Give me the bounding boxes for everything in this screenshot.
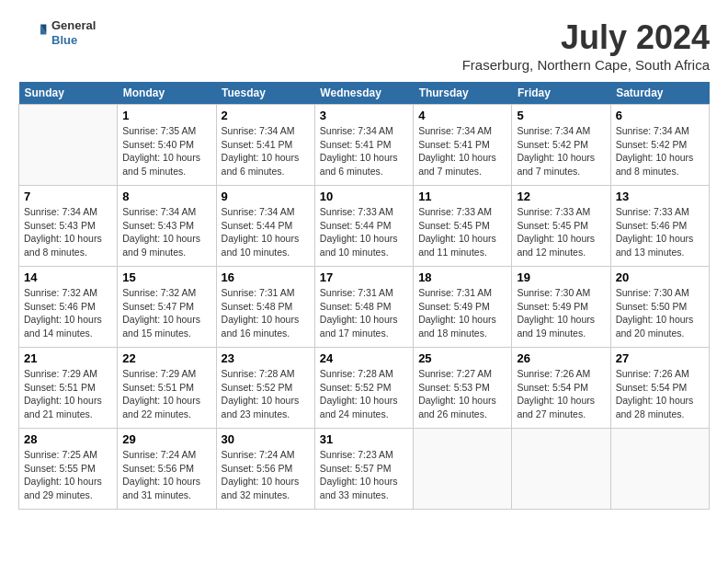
day-number: 21 [24, 351, 112, 365]
day-number: 11 [418, 190, 506, 203]
day-header-wednesday: Wednesday [314, 82, 413, 105]
day-info: Sunrise: 7:33 AMSunset: 5:46 PMDaylight:… [616, 205, 704, 259]
day-number: 10 [320, 190, 408, 203]
day-info: Sunrise: 7:29 AMSunset: 5:51 PMDaylight:… [122, 367, 210, 421]
calendar-cell [19, 105, 118, 186]
day-number: 20 [616, 270, 704, 284]
day-header-thursday: Thursday [414, 82, 512, 105]
calendar-cell: 4Sunrise: 7:34 AMSunset: 5:41 PMDaylight… [414, 105, 512, 186]
day-info: Sunrise: 7:31 AMSunset: 5:48 PMDaylight:… [222, 286, 310, 340]
day-number: 19 [517, 270, 605, 284]
day-number: 6 [616, 109, 704, 122]
day-info: Sunrise: 7:29 AMSunset: 5:51 PMDaylight:… [24, 367, 112, 421]
calendar-cell: 31Sunrise: 7:23 AMSunset: 5:57 PMDayligh… [314, 429, 413, 510]
day-number: 9 [222, 190, 310, 203]
day-info: Sunrise: 7:27 AMSunset: 5:53 PMDaylight:… [418, 367, 506, 421]
day-info: Sunrise: 7:33 AMSunset: 5:45 PMDaylight:… [517, 205, 605, 259]
logo-text: General Blue [51, 18, 96, 47]
day-number: 15 [122, 270, 210, 284]
calendar-cell: 26Sunrise: 7:26 AMSunset: 5:54 PMDayligh… [512, 348, 610, 429]
day-info: Sunrise: 7:31 AMSunset: 5:49 PMDaylight:… [418, 286, 506, 340]
day-number: 31 [320, 432, 408, 446]
day-info: Sunrise: 7:34 AMSunset: 5:41 PMDaylight:… [418, 124, 506, 178]
day-info: Sunrise: 7:28 AMSunset: 5:52 PMDaylight:… [320, 367, 408, 421]
day-number: 30 [222, 432, 310, 446]
calendar-cell [610, 429, 709, 510]
day-header-saturday: Saturday [610, 82, 709, 105]
location: Fraserburg, Northern Cape, South Africa [462, 57, 710, 73]
day-info: Sunrise: 7:34 AMSunset: 5:42 PMDaylight:… [616, 124, 704, 178]
calendar-cell: 28Sunrise: 7:25 AMSunset: 5:55 PMDayligh… [19, 429, 118, 510]
day-number: 14 [24, 270, 112, 284]
calendar-cell: 12Sunrise: 7:33 AMSunset: 5:45 PMDayligh… [512, 186, 610, 267]
day-number: 27 [616, 351, 704, 365]
day-info: Sunrise: 7:24 AMSunset: 5:56 PMDaylight:… [122, 448, 210, 502]
calendar-cell: 13Sunrise: 7:33 AMSunset: 5:46 PMDayligh… [610, 186, 709, 267]
day-header-sunday: Sunday [19, 82, 118, 105]
calendar-cell: 30Sunrise: 7:24 AMSunset: 5:56 PMDayligh… [216, 429, 314, 510]
calendar-cell: 6Sunrise: 7:34 AMSunset: 5:42 PMDaylight… [610, 105, 709, 186]
week-row-5: 28Sunrise: 7:25 AMSunset: 5:55 PMDayligh… [19, 429, 710, 510]
day-info: Sunrise: 7:30 AMSunset: 5:50 PMDaylight:… [616, 286, 704, 340]
calendar-cell: 18Sunrise: 7:31 AMSunset: 5:49 PMDayligh… [414, 267, 512, 348]
calendar-cell: 17Sunrise: 7:31 AMSunset: 5:48 PMDayligh… [314, 267, 413, 348]
day-number: 5 [517, 109, 605, 122]
week-row-4: 21Sunrise: 7:29 AMSunset: 5:51 PMDayligh… [19, 348, 710, 429]
day-info: Sunrise: 7:28 AMSunset: 5:52 PMDaylight:… [222, 367, 310, 421]
calendar-cell: 7Sunrise: 7:34 AMSunset: 5:43 PMDaylight… [19, 186, 118, 267]
day-number: 18 [418, 270, 506, 284]
day-info: Sunrise: 7:30 AMSunset: 5:49 PMDaylight:… [517, 286, 605, 340]
day-info: Sunrise: 7:34 AMSunset: 5:44 PMDaylight:… [222, 205, 310, 259]
day-header-monday: Monday [118, 82, 216, 105]
day-info: Sunrise: 7:32 AMSunset: 5:46 PMDaylight:… [24, 286, 112, 340]
week-row-2: 7Sunrise: 7:34 AMSunset: 5:43 PMDaylight… [19, 186, 710, 267]
day-info: Sunrise: 7:33 AMSunset: 5:44 PMDaylight:… [320, 205, 408, 259]
title-block: July 2024 Fraserburg, Northern Cape, Sou… [462, 18, 710, 73]
calendar-cell: 24Sunrise: 7:28 AMSunset: 5:52 PMDayligh… [314, 348, 413, 429]
calendar-cell: 5Sunrise: 7:34 AMSunset: 5:42 PMDaylight… [512, 105, 610, 186]
calendar-cell: 16Sunrise: 7:31 AMSunset: 5:48 PMDayligh… [216, 267, 314, 348]
calendar-cell: 19Sunrise: 7:30 AMSunset: 5:49 PMDayligh… [512, 267, 610, 348]
day-header-friday: Friday [512, 82, 610, 105]
day-info: Sunrise: 7:25 AMSunset: 5:55 PMDaylight:… [24, 448, 112, 502]
day-info: Sunrise: 7:24 AMSunset: 5:56 PMDaylight:… [222, 448, 310, 502]
week-row-3: 14Sunrise: 7:32 AMSunset: 5:46 PMDayligh… [19, 267, 710, 348]
logo-general-text: General [51, 18, 96, 33]
day-info: Sunrise: 7:26 AMSunset: 5:54 PMDaylight:… [616, 367, 704, 421]
day-info: Sunrise: 7:23 AMSunset: 5:57 PMDaylight:… [320, 448, 408, 502]
calendar-cell: 20Sunrise: 7:30 AMSunset: 5:50 PMDayligh… [610, 267, 709, 348]
day-number: 24 [320, 351, 408, 365]
day-info: Sunrise: 7:34 AMSunset: 5:43 PMDaylight:… [122, 205, 210, 259]
week-row-1: 1Sunrise: 7:35 AMSunset: 5:40 PMDaylight… [19, 105, 710, 186]
day-number: 16 [222, 270, 310, 284]
day-info: Sunrise: 7:34 AMSunset: 5:41 PMDaylight:… [320, 124, 408, 178]
header-row: SundayMondayTuesdayWednesdayThursdayFrid… [19, 82, 710, 105]
day-info: Sunrise: 7:31 AMSunset: 5:48 PMDaylight:… [320, 286, 408, 340]
day-info: Sunrise: 7:26 AMSunset: 5:54 PMDaylight:… [517, 367, 605, 421]
calendar-cell [414, 429, 512, 510]
day-number: 4 [418, 109, 506, 122]
day-number: 1 [122, 109, 210, 122]
day-number: 28 [24, 432, 112, 446]
calendar-cell: 27Sunrise: 7:26 AMSunset: 5:54 PMDayligh… [610, 348, 709, 429]
calendar-cell: 11Sunrise: 7:33 AMSunset: 5:45 PMDayligh… [414, 186, 512, 267]
calendar-cell: 14Sunrise: 7:32 AMSunset: 5:46 PMDayligh… [19, 267, 118, 348]
day-number: 3 [320, 109, 408, 122]
day-info: Sunrise: 7:34 AMSunset: 5:42 PMDaylight:… [517, 124, 605, 178]
day-number: 13 [616, 190, 704, 203]
day-info: Sunrise: 7:34 AMSunset: 5:41 PMDaylight:… [222, 124, 310, 178]
calendar-table: SundayMondayTuesdayWednesdayThursdayFrid… [18, 82, 710, 510]
day-number: 8 [122, 190, 210, 203]
calendar-cell: 8Sunrise: 7:34 AMSunset: 5:43 PMDaylight… [118, 186, 216, 267]
day-number: 22 [122, 351, 210, 365]
logo-blue-text: Blue [51, 33, 96, 48]
calendar-cell: 29Sunrise: 7:24 AMSunset: 5:56 PMDayligh… [118, 429, 216, 510]
calendar-cell: 1Sunrise: 7:35 AMSunset: 5:40 PMDaylight… [118, 105, 216, 186]
calendar-cell [512, 429, 610, 510]
page-header: General Blue July 2024 Fraserburg, North… [18, 18, 710, 73]
day-info: Sunrise: 7:34 AMSunset: 5:43 PMDaylight:… [24, 205, 112, 259]
calendar-cell: 15Sunrise: 7:32 AMSunset: 5:47 PMDayligh… [118, 267, 216, 348]
day-number: 23 [222, 351, 310, 365]
calendar-cell: 23Sunrise: 7:28 AMSunset: 5:52 PMDayligh… [216, 348, 314, 429]
day-info: Sunrise: 7:33 AMSunset: 5:45 PMDaylight:… [418, 205, 506, 259]
